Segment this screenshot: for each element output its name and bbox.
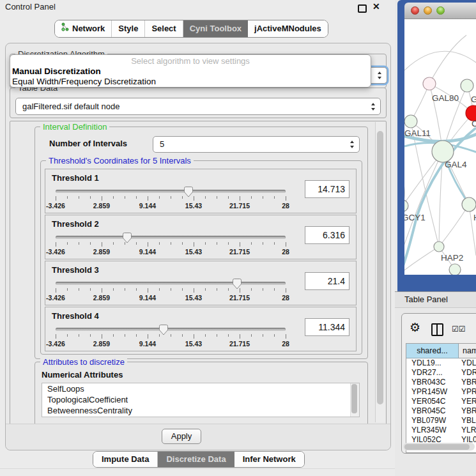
- tick-mark: [251, 242, 252, 245]
- tick-label: 28: [282, 248, 289, 256]
- tick-mark: [194, 242, 194, 247]
- tab-infer-network[interactable]: Infer Network: [234, 452, 304, 467]
- slider-track[interactable]: [56, 328, 286, 331]
- table-row[interactable]: YPR145WYPR1: [406, 387, 476, 397]
- threshold-value-field[interactable]: 6.316: [305, 226, 349, 244]
- zoom-traffic-light-icon[interactable]: [436, 6, 445, 15]
- tick-label: 28: [282, 202, 289, 210]
- slider-thumb[interactable]: [233, 279, 242, 289]
- threshold-slider: -3.4262.8599.14415.4321.71528: [56, 324, 286, 348]
- network-window-titlebar[interactable]: [404, 3, 476, 19]
- tick-mark: [113, 242, 114, 245]
- tick-mark: [159, 242, 160, 245]
- slider-ticks: [56, 288, 286, 293]
- tick-mark: [182, 288, 183, 291]
- cell-name: YER0: [459, 397, 476, 406]
- slider-track[interactable]: [56, 190, 286, 193]
- list-item-topologicalcoefficient[interactable]: TopologicalCoefficient: [42, 394, 359, 405]
- tick-label: 2.859: [93, 248, 110, 256]
- attributes-list-scrollbar[interactable]: [350, 383, 359, 417]
- tick-label: -3.426: [46, 294, 65, 302]
- tab-style[interactable]: Style: [112, 20, 145, 37]
- list-item-selfloops[interactable]: SelfLoops: [42, 383, 359, 394]
- slider-thumb[interactable]: [159, 325, 168, 335]
- tick-mark: [113, 334, 114, 337]
- tick-label: -3.426: [46, 248, 65, 256]
- tab-impute-data[interactable]: Impute Data: [93, 452, 158, 467]
- float-window-icon[interactable]: [358, 4, 367, 13]
- tab-jactivemnodules[interactable]: jActiveMNodules: [248, 20, 328, 37]
- slider-thumb[interactable]: [123, 233, 132, 243]
- tick-mark: [159, 288, 160, 291]
- algorithm-placeholder-option: Select algorithm to view settings: [10, 55, 371, 66]
- tick-mark: [251, 196, 252, 199]
- cell-name: YBL0: [459, 416, 476, 426]
- combo-arrows-icon: [378, 72, 382, 79]
- table-data-combobox[interactable]: galFiltered.sif default node: [15, 98, 381, 115]
- column-header-shared-name[interactable]: shared...: [406, 344, 459, 358]
- table-row[interactable]: YDL19...YDL1: [406, 358, 476, 368]
- slider-track[interactable]: [56, 236, 286, 239]
- close-icon[interactable]: ✕: [372, 1, 380, 12]
- algorithm-option-equal-width-frequency-discretization[interactable]: Equal Width/Frequency Discretization: [10, 77, 371, 87]
- network-node-gcy1[interactable]: [404, 200, 408, 211]
- tick-mark: [125, 288, 125, 291]
- tick-mark: [136, 242, 137, 245]
- table-hscrollbar-thumb[interactable]: [404, 444, 470, 450]
- network-node-hap2[interactable]: [434, 242, 444, 252]
- threshold-label: Threshold 1: [52, 173, 99, 183]
- tick-mark: [194, 196, 194, 201]
- column-header-name[interactable]: name: [459, 344, 476, 358]
- threshold-value-field[interactable]: 14.713: [305, 180, 349, 198]
- threshold-value-field[interactable]: 11.344: [305, 318, 349, 336]
- settings-vertical-scrollbar[interactable]: [375, 122, 385, 422]
- network-node-ga[interactable]: [461, 79, 473, 92]
- table-row[interactable]: YER054CYER0: [406, 397, 476, 406]
- slider-track[interactable]: [56, 282, 286, 285]
- tick-mark: [102, 196, 102, 201]
- algorithm-option-manual-discretization[interactable]: Manual Discretization: [10, 66, 371, 77]
- list-item-betweennesscentrality[interactable]: BetweennessCentrality: [42, 405, 359, 416]
- tab-network[interactable]: Network: [55, 20, 112, 37]
- threshold-value-field[interactable]: 21.4: [305, 272, 349, 290]
- table-horizontal-scrollbar[interactable]: [403, 443, 475, 450]
- table-row[interactable]: YBR043CYBR0: [406, 378, 476, 387]
- tick-label: 2.859: [93, 340, 110, 348]
- combo-arrows-icon: [350, 141, 355, 148]
- tab-cyni-toolbox[interactable]: Cyni Toolbox: [183, 20, 248, 37]
- tick-mark: [171, 196, 171, 199]
- tab-discretize-data[interactable]: Discretize Data: [158, 452, 234, 467]
- network-canvas[interactable]: GAL80GACGAL11GAL4GCY1HHAP2: [404, 19, 476, 275]
- cell-shared-name: YBR045C: [406, 406, 459, 416]
- select-checkboxes-icon[interactable]: ☑☑: [452, 325, 466, 334]
- close-traffic-light-icon[interactable]: [411, 6, 419, 15]
- network-node-gal4[interactable]: [432, 141, 454, 162]
- settings-gear-icon[interactable]: ⚙: [410, 321, 420, 334]
- attributes-scrollbar-thumb[interactable]: [351, 384, 357, 413]
- tab-select[interactable]: Select: [145, 20, 183, 37]
- network-node-h[interactable]: [462, 197, 476, 211]
- slider-thumb[interactable]: [184, 187, 193, 197]
- network-node-gal11[interactable]: [404, 115, 417, 128]
- minimize-traffic-light-icon[interactable]: [424, 6, 432, 15]
- network-node-gal80[interactable]: [423, 77, 436, 90]
- network-node[interactable]: [449, 264, 461, 275]
- settings-scrollbar-thumb[interactable]: [377, 131, 383, 404]
- tick-mark: [148, 334, 148, 339]
- tick-mark: [102, 242, 102, 247]
- tick-mark: [113, 196, 114, 199]
- table-row[interactable]: YLR345WYLR3: [406, 426, 476, 435]
- numerical-attributes-label: Numerical Attributes: [42, 370, 123, 380]
- cell-shared-name: YBL079W: [406, 416, 459, 426]
- table-row[interactable]: YBR045CYBR0: [406, 406, 476, 416]
- table-row[interactable]: YDR27...YDR2: [406, 368, 476, 378]
- tick-mark: [228, 242, 229, 245]
- table-row[interactable]: YBL079WYBL0: [406, 416, 476, 426]
- number-of-intervals-combobox[interactable]: 5: [153, 136, 360, 153]
- tick-mark: [79, 196, 79, 199]
- cell-name: YBR0: [459, 378, 476, 387]
- tick-mark: [182, 196, 183, 199]
- tick-mark: [286, 334, 286, 339]
- column-chooser-icon[interactable]: [431, 323, 443, 336]
- apply-button[interactable]: Apply: [162, 429, 201, 444]
